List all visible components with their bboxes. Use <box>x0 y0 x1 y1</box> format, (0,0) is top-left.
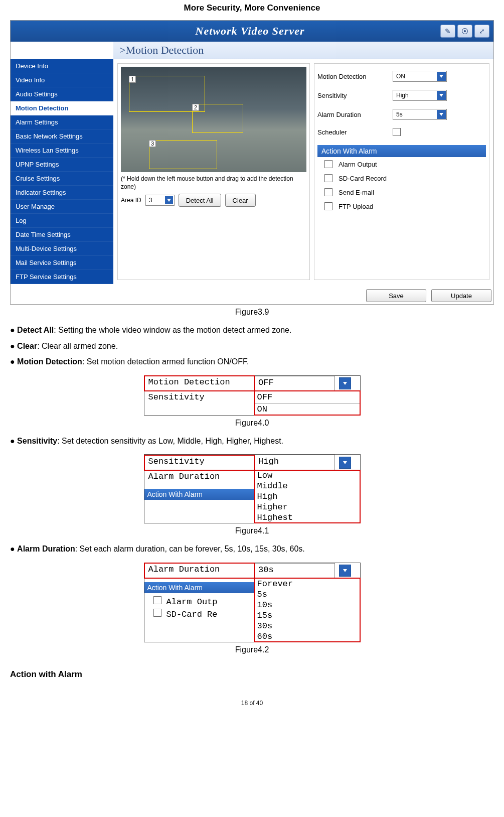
ftp-upload-label: FTP Upload <box>339 203 373 210</box>
scheduler-label: Scheduler <box>317 128 393 136</box>
detection-zone-2[interactable]: 2 <box>192 104 243 133</box>
bullet-clear: ● Clear: Clear all armed zone. <box>10 340 494 353</box>
alarm-duration-value: 5s <box>396 111 403 118</box>
action-with-alarm-header: Action With Alarm <box>317 145 486 157</box>
sensitivity-value: High <box>396 92 409 99</box>
sidebar-item-video-info[interactable]: Video Info <box>11 73 113 87</box>
nvs-sidebar: Device Info Video Info Audio Settings Mo… <box>11 59 113 284</box>
nvs-window: Network Video Server ✎ ⦿ ⤢ >Motion Detec… <box>10 20 494 305</box>
fig41-dropdown-icon[interactable] <box>339 457 351 469</box>
fig40-option-on[interactable]: ON <box>254 403 360 415</box>
alarm-output-label: Alarm Output <box>339 161 377 168</box>
figure39-caption: Figure3.9 <box>10 308 494 317</box>
fig42-option-10s[interactable]: 10s <box>254 600 360 610</box>
area-id-select[interactable]: 3 <box>145 195 175 206</box>
tool-icon-2[interactable]: ⦿ <box>457 25 472 38</box>
video-pane: 1 2 3 (* Hold down the left mouse button… <box>117 63 310 280</box>
fig41-sensitivity-label: Sensitivity <box>144 455 254 470</box>
sidebar-item-indicator[interactable]: Indicator Settings <box>11 186 113 200</box>
save-button[interactable]: Save <box>366 289 426 302</box>
dropdown-icon <box>437 72 446 81</box>
figure40-panel: Motion Detection OFF Sensitivity OFF ON <box>144 375 361 416</box>
fig40-sensitivity-label: Sensitivity <box>144 391 254 415</box>
video-preview[interactable]: 1 2 3 <box>121 67 306 172</box>
sidebar-item-user-manage[interactable]: User Manage <box>11 200 113 214</box>
figure41-caption: Figure4.1 <box>10 526 494 535</box>
tool-icon-3[interactable]: ⤢ <box>474 25 489 38</box>
send-email-checkbox[interactable] <box>324 188 332 196</box>
fig40-dropdown-icon[interactable] <box>339 377 351 389</box>
scheduler-checkbox[interactable] <box>393 128 401 136</box>
ftp-upload-checkbox[interactable] <box>324 202 332 210</box>
sidebar-item-device-info[interactable]: Device Info <box>11 59 113 73</box>
figure42-caption: Figure4.2 <box>10 645 494 654</box>
alarm-output-checkbox[interactable] <box>324 160 332 168</box>
bottom-buttons: Save Update <box>11 284 493 304</box>
fig41-section-header: Action With Alarm <box>144 489 254 500</box>
figure42-panel: Alarm Duration 30s Action With Alarm Ala… <box>144 563 361 642</box>
fig41-option-middle[interactable]: Middle <box>254 481 360 491</box>
bullet-sensitivity: ● Sensitivity: Set detection sensitivity… <box>10 435 494 448</box>
zone-label-1: 1 <box>129 76 136 83</box>
fig42-option-30s[interactable]: 30s <box>254 621 360 631</box>
sidebar-item-cruise[interactable]: Cruise Settings <box>11 172 113 186</box>
sdcard-record-checkbox[interactable] <box>324 174 332 182</box>
sidebar-item-multidevice[interactable]: Multi-Device Settings <box>11 242 113 256</box>
alarm-duration-select[interactable]: 5s <box>393 109 447 120</box>
fig42-check2-label: SD-Card Re <box>166 610 218 619</box>
sidebar-item-basic-network[interactable]: Basic Network Settings <box>11 129 113 144</box>
fig42-option-15s[interactable]: 15s <box>254 610 360 621</box>
sidebar-item-upnp[interactable]: UPNP Settings <box>11 158 113 172</box>
send-email-label: Send E-mail <box>339 189 374 196</box>
fig40-motion-label: Motion Detection <box>144 376 254 391</box>
tool-icon-1[interactable]: ✎ <box>440 25 455 38</box>
fig41-option-high[interactable]: High <box>254 491 360 502</box>
bullet-alarm-duration: ● Alarm Duration: Set each alarm duratio… <box>10 542 494 556</box>
area-id-label: Area ID <box>121 197 141 204</box>
sidebar-item-log[interactable]: Log <box>11 214 113 228</box>
sensitivity-select[interactable]: High <box>393 90 447 101</box>
fig42-section-header: Action With Alarm <box>144 582 254 593</box>
fig42-check2[interactable] <box>153 609 161 617</box>
fig41-sensitivity-value: High <box>254 455 335 470</box>
nvs-title-icons: ✎ ⦿ ⤢ <box>440 25 489 38</box>
bullet-detect-all: ● Detect All: Setting the whole video wi… <box>10 324 494 337</box>
nvs-titlebar: Network Video Server ✎ ⦿ ⤢ <box>11 21 493 42</box>
clear-button[interactable]: Clear <box>225 194 256 207</box>
update-button[interactable]: Update <box>431 289 491 302</box>
sidebar-item-wireless-lan[interactable]: Wireless Lan Settings <box>11 144 113 158</box>
fig41-option-low[interactable]: Low <box>254 470 360 481</box>
area-id-dropdown-icon <box>165 196 173 204</box>
zone-label-3: 3 <box>149 140 156 147</box>
motion-detection-value: ON <box>396 73 405 80</box>
motion-detection-label: Motion Detection <box>317 73 393 80</box>
fig42-check1[interactable] <box>153 596 161 604</box>
fig42-option-5s[interactable]: 5s <box>254 589 360 600</box>
fig41-option-higher[interactable]: Higher <box>254 502 360 512</box>
alarm-duration-label: Alarm Duration <box>317 111 393 118</box>
detection-zone-3[interactable]: 3 <box>149 140 217 169</box>
nvs-title: Network Video Server <box>60 25 440 38</box>
dropdown-icon <box>437 110 446 119</box>
page-footer: 18 of 40 <box>10 700 494 707</box>
sensitivity-label: Sensitivity <box>317 92 393 99</box>
fig42-option-60s[interactable]: 60s <box>254 631 360 642</box>
sidebar-item-motion-detection[interactable]: Motion Detection <box>11 101 113 115</box>
sidebar-item-datetime[interactable]: Date Time Settings <box>11 228 113 242</box>
motion-detection-select[interactable]: ON <box>393 71 447 82</box>
fig40-option-off[interactable]: OFF <box>254 391 360 403</box>
fig42-dropdown-icon[interactable] <box>339 565 351 577</box>
sidebar-item-ftpservice[interactable]: FTP Service Settings <box>11 270 113 284</box>
figure40-caption: Figure4.0 <box>10 419 494 428</box>
detect-all-button[interactable]: Detect All <box>179 194 221 207</box>
sidebar-item-alarm-settings[interactable]: Alarm Settings <box>11 115 113 129</box>
sidebar-item-mailservice[interactable]: Mail Service Settings <box>11 256 113 270</box>
fig41-alarm-duration-label: Alarm Duration <box>144 470 254 485</box>
fig42-option-forever[interactable]: Forever <box>254 579 360 589</box>
fig41-option-highest[interactable]: Highest <box>254 512 360 523</box>
sidebar-item-audio-settings[interactable]: Audio Settings <box>11 87 113 101</box>
bullet-motion-detection: ● Motion Detection: Set motion detection… <box>10 355 494 368</box>
fig40-motion-value: OFF <box>254 376 335 391</box>
zone-label-2: 2 <box>192 104 199 111</box>
page-header: More Security, More Convenience <box>10 0 494 20</box>
